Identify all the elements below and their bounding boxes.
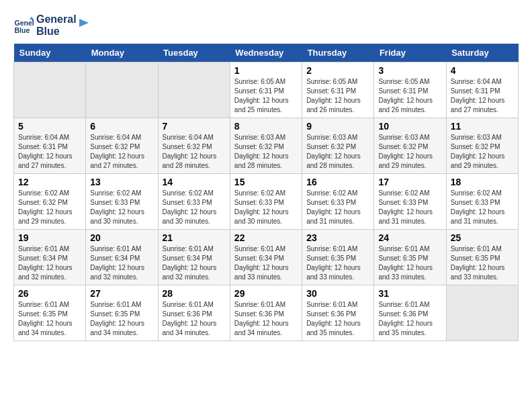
day-number: 9 bbox=[306, 121, 369, 132]
day-number: 1 bbox=[234, 65, 298, 76]
day-info: Sunrise: 6:02 AM Sunset: 6:32 PM Dayligh… bbox=[18, 189, 81, 226]
day-number: 2 bbox=[306, 65, 369, 76]
day-info: Sunrise: 6:02 AM Sunset: 6:33 PM Dayligh… bbox=[163, 189, 226, 226]
day-info: Sunrise: 6:01 AM Sunset: 6:35 PM Dayligh… bbox=[306, 244, 369, 282]
day-info: Sunrise: 6:02 AM Sunset: 6:33 PM Dayligh… bbox=[306, 189, 369, 226]
day-number: 26 bbox=[18, 288, 81, 299]
day-number: 20 bbox=[90, 232, 153, 243]
calendar-cell: 15Sunrise: 6:02 AM Sunset: 6:33 PM Dayli… bbox=[230, 174, 302, 230]
day-number: 23 bbox=[306, 232, 369, 243]
day-info: Sunrise: 6:02 AM Sunset: 6:33 PM Dayligh… bbox=[90, 189, 153, 226]
calendar-cell: 9Sunrise: 6:03 AM Sunset: 6:32 PM Daylig… bbox=[302, 118, 374, 174]
day-number: 6 bbox=[90, 121, 153, 132]
calendar-cell: 18Sunrise: 6:02 AM Sunset: 6:33 PM Dayli… bbox=[446, 174, 518, 230]
calendar-cell: 4Sunrise: 6:04 AM Sunset: 6:31 PM Daylig… bbox=[446, 62, 518, 118]
day-number: 5 bbox=[18, 121, 81, 132]
day-number: 25 bbox=[451, 232, 514, 243]
day-info: Sunrise: 6:05 AM Sunset: 6:31 PM Dayligh… bbox=[234, 77, 298, 115]
weekday-header-monday: Monday bbox=[86, 44, 158, 62]
day-number: 14 bbox=[163, 177, 226, 187]
calendar-cell: 17Sunrise: 6:02 AM Sunset: 6:33 PM Dayli… bbox=[374, 174, 446, 230]
day-number: 16 bbox=[306, 177, 369, 187]
weekday-header-thursday: Thursday bbox=[302, 44, 374, 62]
day-number: 8 bbox=[234, 121, 298, 132]
calendar-cell: 27Sunrise: 6:01 AM Sunset: 6:35 PM Dayli… bbox=[86, 285, 158, 341]
day-info: Sunrise: 6:01 AM Sunset: 6:34 PM Dayligh… bbox=[90, 244, 153, 282]
weekday-header-saturday: Saturday bbox=[446, 44, 518, 62]
calendar-cell: 12Sunrise: 6:02 AM Sunset: 6:32 PM Dayli… bbox=[14, 174, 86, 230]
day-info: Sunrise: 6:01 AM Sunset: 6:35 PM Dayligh… bbox=[451, 244, 514, 282]
day-info: Sunrise: 6:03 AM Sunset: 6:32 PM Dayligh… bbox=[306, 133, 369, 171]
day-info: Sunrise: 6:01 AM Sunset: 6:35 PM Dayligh… bbox=[90, 300, 153, 338]
calendar-cell: 20Sunrise: 6:01 AM Sunset: 6:34 PM Dayli… bbox=[86, 230, 158, 285]
day-info: Sunrise: 6:02 AM Sunset: 6:33 PM Dayligh… bbox=[451, 189, 514, 226]
day-number: 11 bbox=[451, 121, 514, 132]
day-number: 13 bbox=[90, 177, 153, 187]
calendar-cell: 5Sunrise: 6:04 AM Sunset: 6:31 PM Daylig… bbox=[14, 118, 86, 174]
calendar-cell bbox=[86, 62, 158, 118]
svg-marker-2 bbox=[30, 16, 34, 19]
svg-marker-4 bbox=[79, 19, 89, 27]
weekday-header-wednesday: Wednesday bbox=[230, 44, 302, 62]
weekday-header-friday: Friday bbox=[374, 44, 446, 62]
day-number: 29 bbox=[234, 288, 298, 299]
day-number: 19 bbox=[18, 232, 81, 243]
day-number: 17 bbox=[378, 177, 441, 187]
day-number: 12 bbox=[18, 177, 81, 187]
day-info: Sunrise: 6:03 AM Sunset: 6:32 PM Dayligh… bbox=[451, 133, 514, 171]
calendar-cell: 30Sunrise: 6:01 AM Sunset: 6:36 PM Dayli… bbox=[302, 285, 374, 341]
calendar-cell: 29Sunrise: 6:01 AM Sunset: 6:36 PM Dayli… bbox=[230, 285, 302, 341]
day-info: Sunrise: 6:04 AM Sunset: 6:32 PM Dayligh… bbox=[90, 133, 153, 171]
day-info: Sunrise: 6:01 AM Sunset: 6:34 PM Dayligh… bbox=[163, 244, 226, 282]
day-info: Sunrise: 6:01 AM Sunset: 6:36 PM Dayligh… bbox=[378, 300, 441, 338]
day-info: Sunrise: 6:04 AM Sunset: 6:31 PM Dayligh… bbox=[451, 77, 514, 115]
calendar-cell: 28Sunrise: 6:01 AM Sunset: 6:36 PM Dayli… bbox=[158, 285, 230, 341]
calendar-cell: 23Sunrise: 6:01 AM Sunset: 6:35 PM Dayli… bbox=[302, 230, 374, 285]
calendar-cell: 13Sunrise: 6:02 AM Sunset: 6:33 PM Dayli… bbox=[86, 174, 158, 230]
day-info: Sunrise: 6:01 AM Sunset: 6:36 PM Dayligh… bbox=[163, 300, 226, 338]
day-number: 21 bbox=[163, 232, 226, 243]
calendar-cell: 7Sunrise: 6:04 AM Sunset: 6:32 PM Daylig… bbox=[158, 118, 230, 174]
day-info: Sunrise: 6:05 AM Sunset: 6:31 PM Dayligh… bbox=[306, 77, 369, 115]
weekday-header-sunday: Sunday bbox=[14, 44, 86, 62]
logo-icon: General Blue bbox=[13, 15, 34, 36]
day-number: 15 bbox=[234, 177, 298, 187]
calendar-cell: 14Sunrise: 6:02 AM Sunset: 6:33 PM Dayli… bbox=[158, 174, 230, 230]
day-number: 4 bbox=[451, 65, 514, 76]
calendar-cell bbox=[158, 62, 230, 118]
day-info: Sunrise: 6:03 AM Sunset: 6:32 PM Dayligh… bbox=[234, 133, 298, 171]
calendar-cell bbox=[14, 62, 86, 118]
calendar-cell: 25Sunrise: 6:01 AM Sunset: 6:35 PM Dayli… bbox=[446, 230, 518, 285]
day-number: 18 bbox=[451, 177, 514, 187]
day-info: Sunrise: 6:01 AM Sunset: 6:34 PM Dayligh… bbox=[18, 244, 81, 282]
logo-flag-icon bbox=[79, 19, 93, 32]
day-info: Sunrise: 6:04 AM Sunset: 6:31 PM Dayligh… bbox=[18, 133, 81, 171]
day-number: 3 bbox=[378, 65, 441, 76]
day-info: Sunrise: 6:01 AM Sunset: 6:36 PM Dayligh… bbox=[234, 300, 298, 338]
day-info: Sunrise: 6:02 AM Sunset: 6:33 PM Dayligh… bbox=[234, 189, 298, 226]
calendar-cell: 10Sunrise: 6:03 AM Sunset: 6:32 PM Dayli… bbox=[374, 118, 446, 174]
calendar-cell: 11Sunrise: 6:03 AM Sunset: 6:32 PM Dayli… bbox=[446, 118, 518, 174]
calendar-cell: 8Sunrise: 6:03 AM Sunset: 6:32 PM Daylig… bbox=[230, 118, 302, 174]
day-info: Sunrise: 6:03 AM Sunset: 6:32 PM Dayligh… bbox=[378, 133, 441, 171]
svg-text:Blue: Blue bbox=[15, 26, 30, 34]
day-number: 31 bbox=[378, 288, 441, 299]
day-number: 10 bbox=[378, 121, 441, 132]
logo: General Blue General Blue bbox=[13, 13, 93, 37]
calendar-cell: 26Sunrise: 6:01 AM Sunset: 6:35 PM Dayli… bbox=[14, 285, 86, 341]
logo-text-general: General bbox=[36, 13, 77, 26]
day-info: Sunrise: 6:02 AM Sunset: 6:33 PM Dayligh… bbox=[378, 189, 441, 226]
calendar-cell bbox=[446, 285, 518, 341]
calendar-cell: 2Sunrise: 6:05 AM Sunset: 6:31 PM Daylig… bbox=[302, 62, 374, 118]
day-number: 24 bbox=[378, 232, 441, 243]
logo-text-blue: Blue bbox=[36, 26, 77, 38]
day-number: 28 bbox=[163, 288, 226, 299]
day-info: Sunrise: 6:01 AM Sunset: 6:35 PM Dayligh… bbox=[18, 300, 81, 338]
day-info: Sunrise: 6:01 AM Sunset: 6:34 PM Dayligh… bbox=[234, 244, 298, 282]
weekday-header-tuesday: Tuesday bbox=[158, 44, 230, 62]
calendar-cell: 3Sunrise: 6:05 AM Sunset: 6:31 PM Daylig… bbox=[374, 62, 446, 118]
day-info: Sunrise: 6:05 AM Sunset: 6:31 PM Dayligh… bbox=[378, 77, 441, 115]
calendar-cell: 21Sunrise: 6:01 AM Sunset: 6:34 PM Dayli… bbox=[158, 230, 230, 285]
calendar-cell: 1Sunrise: 6:05 AM Sunset: 6:31 PM Daylig… bbox=[230, 62, 302, 118]
day-number: 27 bbox=[90, 288, 153, 299]
